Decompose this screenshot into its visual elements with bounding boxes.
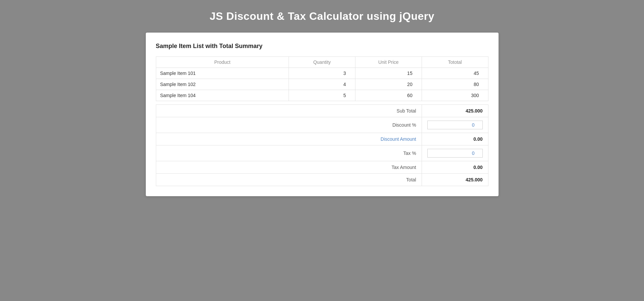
unit-price-cell[interactable] bbox=[355, 68, 422, 79]
tax-amount-row: Tax Amount 0.00 bbox=[156, 161, 488, 174]
product-cell: Sample Item 104 bbox=[156, 90, 289, 101]
discount-pct-label: Discount % bbox=[156, 117, 422, 133]
product-cell: Sample Item 102 bbox=[156, 79, 289, 90]
quantity-cell[interactable] bbox=[289, 68, 355, 79]
discount-amount-label: Discount Amount bbox=[156, 133, 422, 145]
quantity-input[interactable] bbox=[289, 90, 355, 101]
items-table: Product Quantity Unit Price Tototal Samp… bbox=[156, 56, 488, 101]
discount-amount-row: Discount Amount 0.00 bbox=[156, 133, 488, 145]
tax-amount-label: Tax Amount bbox=[156, 161, 422, 174]
tax-amount-value: 0.00 bbox=[422, 161, 488, 174]
unit-price-input[interactable] bbox=[355, 79, 422, 90]
quantity-input[interactable] bbox=[289, 68, 355, 79]
header-product: Product bbox=[156, 57, 289, 68]
subtotal-label: Sub Total bbox=[156, 105, 422, 117]
unit-price-input[interactable] bbox=[355, 90, 422, 101]
row-total-cell[interactable] bbox=[422, 79, 488, 90]
tax-pct-input[interactable] bbox=[427, 149, 483, 158]
discount-pct-input[interactable] bbox=[427, 121, 483, 129]
table-row: Sample Item 101 bbox=[156, 68, 488, 79]
row-total-input[interactable] bbox=[422, 90, 488, 101]
header-quantity: Quantity bbox=[289, 57, 355, 68]
card-title: Sample Item List with Total Summary bbox=[156, 43, 488, 50]
row-total-cell[interactable] bbox=[422, 68, 488, 79]
total-row: Total 425.000 bbox=[156, 174, 488, 186]
table-row: Sample Item 102 bbox=[156, 79, 488, 90]
quantity-cell[interactable] bbox=[289, 90, 355, 101]
product-cell: Sample Item 101 bbox=[156, 68, 289, 79]
row-total-cell[interactable] bbox=[422, 90, 488, 101]
unit-price-cell[interactable] bbox=[355, 90, 422, 101]
main-card: Sample Item List with Total Summary Prod… bbox=[146, 33, 499, 196]
tax-pct-row: Tax % bbox=[156, 145, 488, 161]
unit-price-cell[interactable] bbox=[355, 79, 422, 90]
tax-pct-label: Tax % bbox=[156, 145, 422, 161]
summary-table: Sub Total 425.000 Discount % Discount Am… bbox=[156, 104, 488, 186]
header-tototal: Tototal bbox=[422, 57, 488, 68]
discount-pct-value[interactable] bbox=[422, 117, 488, 133]
quantity-cell[interactable] bbox=[289, 79, 355, 90]
subtotal-value: 425.000 bbox=[422, 105, 488, 117]
unit-price-input[interactable] bbox=[355, 68, 422, 79]
row-total-input[interactable] bbox=[422, 68, 488, 79]
discount-amount-value: 0.00 bbox=[422, 133, 488, 145]
quantity-input[interactable] bbox=[289, 79, 355, 90]
discount-pct-row: Discount % bbox=[156, 117, 488, 133]
total-label: Total bbox=[156, 174, 422, 186]
page-title: JS Discount & Tax Calculator using jQuer… bbox=[210, 10, 434, 23]
total-value: 425.000 bbox=[422, 174, 488, 186]
tax-pct-value[interactable] bbox=[422, 145, 488, 161]
header-unit-price: Unit Price bbox=[355, 57, 422, 68]
subtotal-row: Sub Total 425.000 bbox=[156, 105, 488, 117]
table-row: Sample Item 104 bbox=[156, 90, 488, 101]
row-total-input[interactable] bbox=[422, 79, 488, 90]
